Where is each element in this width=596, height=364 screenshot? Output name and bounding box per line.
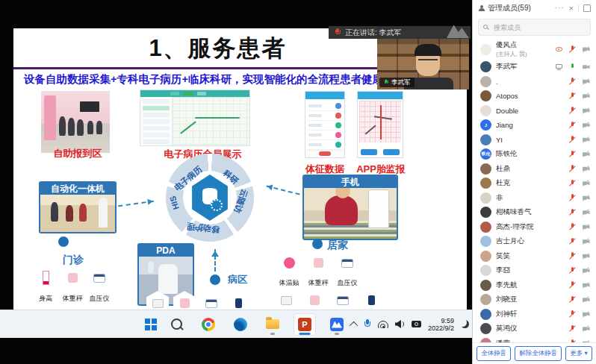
cam-off-icon[interactable] <box>582 46 590 54</box>
mic-off-icon[interactable] <box>568 46 577 54</box>
avatar: J <box>480 119 491 131</box>
search-icon <box>171 318 182 330</box>
mic-off-icon[interactable] <box>568 324 577 333</box>
member-row[interactable]: Atopos <box>473 89 596 104</box>
cam-off-icon[interactable] <box>582 252 590 260</box>
member-status-icons <box>568 179 590 187</box>
cam-off-icon[interactable] <box>582 78 590 86</box>
unmute-all-button[interactable]: 解除全体静音 <box>515 346 562 361</box>
mic-off-icon[interactable] <box>568 208 577 216</box>
close-icon[interactable]: × <box>569 4 574 13</box>
member-row[interactable]: 刘晓亚 <box>473 292 596 307</box>
focus-assist-icon[interactable] <box>461 320 469 328</box>
mic-off-icon[interactable] <box>568 310 577 318</box>
mic-off-icon[interactable] <box>568 252 577 260</box>
avatar <box>480 134 491 145</box>
wifi-icon[interactable] <box>378 320 388 328</box>
member-row[interactable]: 刘神轩 <box>473 307 596 322</box>
mic-off-icon[interactable] <box>568 179 577 187</box>
search-input[interactable] <box>492 23 586 32</box>
cam-off-icon[interactable] <box>582 121 590 129</box>
member-status-icons <box>568 266 590 274</box>
mic-on-icon[interactable] <box>568 63 577 71</box>
mic-off-icon[interactable] <box>568 281 577 289</box>
mic-off-icon[interactable] <box>568 78 577 86</box>
cam-off-icon[interactable] <box>582 194 590 202</box>
member-row[interactable]: YI <box>473 133 596 148</box>
cam-off-icon[interactable] <box>582 266 590 274</box>
member-name: 杜鼎 <box>496 164 510 174</box>
member-row[interactable]: 杜鼎 <box>473 162 596 177</box>
cam-off-icon[interactable] <box>582 165 590 173</box>
mute-all-button[interactable]: 全体静音 <box>477 346 511 361</box>
member-name: 李先航 <box>496 280 518 290</box>
mic-off-icon[interactable] <box>568 223 577 231</box>
cam-off-icon[interactable] <box>582 324 590 333</box>
mic-off-icon[interactable] <box>568 237 577 245</box>
member-row[interactable]: . <box>473 75 596 90</box>
taskbar-chrome-button[interactable] <box>197 313 220 336</box>
webcam-window[interactable]: 李武军 <box>377 39 469 90</box>
cam-off-icon[interactable] <box>582 295 590 304</box>
member-search-box[interactable] <box>478 19 591 36</box>
tray-date: 2022/9/2 <box>428 324 454 332</box>
mic-off-icon[interactable] <box>568 295 577 304</box>
member-row[interactable]: 杜克 <box>473 176 596 191</box>
cam-off-icon[interactable] <box>582 107 590 115</box>
member-row[interactable]: 莫鸿仪 <box>473 321 596 336</box>
member-name: Double <box>496 107 518 115</box>
member-row[interactable]: 铁伦 陈铁伦 <box>473 147 596 162</box>
member-row[interactable]: 非 <box>473 191 596 206</box>
taskbar-clock[interactable]: 9:59 2022/9/2 <box>428 317 454 332</box>
tray-mic-icon[interactable] <box>364 319 371 329</box>
taskbar-meeting-button[interactable] <box>326 313 348 336</box>
mic-off-icon[interactable] <box>568 266 577 274</box>
speaking-text: 正在讲话: 李武军 <box>345 28 402 38</box>
more-options-icon[interactable]: ··· <box>555 6 565 10</box>
member-status-icons <box>568 237 590 245</box>
cam-off-icon[interactable] <box>582 237 590 245</box>
member-row[interactable]: J Jiang <box>473 118 596 133</box>
member-row[interactable]: 傻风点 (主持人, 我) <box>473 39 596 60</box>
cam-off-icon[interactable] <box>582 208 590 216</box>
mic-off-icon[interactable] <box>568 150 577 158</box>
cam-off-icon[interactable] <box>582 136 590 144</box>
mic-off-icon[interactable] <box>568 165 577 173</box>
member-row[interactable]: 笑笑 <box>473 249 596 264</box>
more-button[interactable]: 更多 ▾ <box>565 346 592 361</box>
members-icon <box>478 5 485 12</box>
member-row[interactable]: 李囧 <box>473 263 596 278</box>
member-row[interactable]: 高杰-理学院 <box>473 220 596 235</box>
cam-off-icon[interactable] <box>582 310 590 318</box>
mic-off-icon[interactable] <box>568 107 577 115</box>
system-tray: 9:59 2022/9/2 <box>352 310 469 338</box>
taskbar-search-button[interactable] <box>165 313 187 336</box>
cam-off-icon[interactable] <box>582 223 590 231</box>
taskbar-start-button[interactable] <box>133 313 155 336</box>
member-row[interactable]: 吉士月心 <box>473 234 596 249</box>
cam-off-icon[interactable] <box>582 150 590 158</box>
taskbar-explorer-button[interactable] <box>261 313 284 336</box>
mic-off-icon[interactable] <box>568 136 577 144</box>
cam-off-icon[interactable] <box>582 92 590 100</box>
member-row[interactable]: 李武军 <box>473 60 596 75</box>
member-row[interactable]: 柑橘味香气 <box>473 205 596 220</box>
taskbar-powerpoint-button[interactable]: P <box>294 313 316 336</box>
volume-icon[interactable] <box>395 320 405 328</box>
mic-off-icon[interactable] <box>568 92 577 100</box>
cam-off-icon[interactable] <box>582 179 590 187</box>
avatar <box>480 178 491 189</box>
member-row[interactable]: 李先航 <box>473 278 596 293</box>
member-row[interactable]: Double <box>473 104 596 119</box>
cam-off-icon[interactable] <box>582 281 590 289</box>
camera-icon[interactable] <box>412 321 421 327</box>
dock-panel-icon[interactable] <box>583 4 591 12</box>
tray-expand-icon[interactable] <box>350 321 358 329</box>
share-icon[interactable] <box>555 63 563 71</box>
taskbar-edge-button[interactable] <box>229 313 252 336</box>
mic-off-icon[interactable] <box>568 121 577 129</box>
eye-icon[interactable] <box>555 46 563 54</box>
cam-on-icon[interactable] <box>582 63 590 71</box>
meeting-app-icon <box>330 318 344 331</box>
mic-off-icon[interactable] <box>568 194 577 202</box>
